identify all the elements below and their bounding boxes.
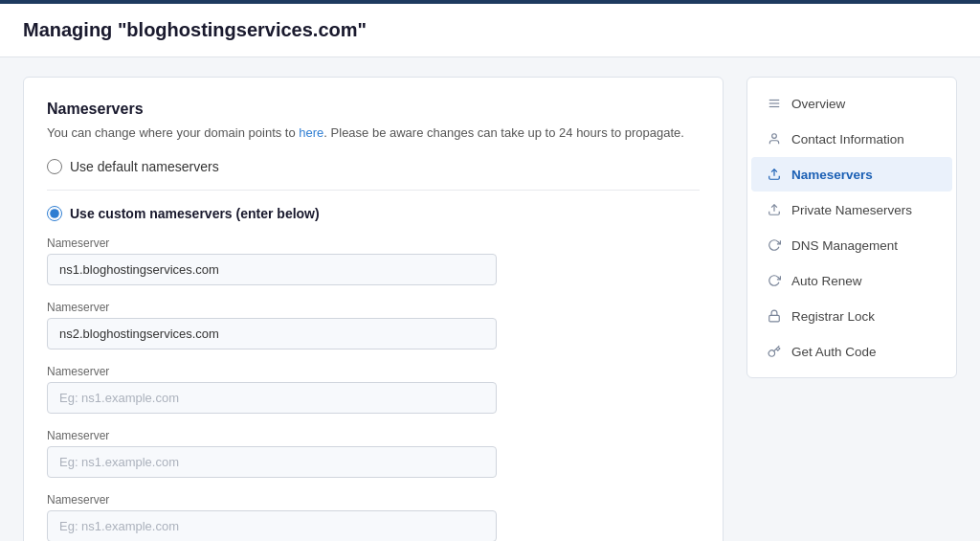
nameserver-group-1: Nameserver [47,237,700,285]
sidebar-item-contact-information[interactable]: Contact Information [751,122,952,156]
nameserver-input-1[interactable] [47,254,497,285]
sidebar-label-nameservers: Nameservers [791,168,873,182]
sidebar-label-private-nameservers: Private Nameservers [791,203,912,217]
nameserver-input-3[interactable] [47,382,497,414]
section-title: Nameservers [47,101,700,118]
sidebar-item-dns-management[interactable]: DNS Management [751,228,952,262]
svg-rect-6 [769,315,780,321]
sidebar-item-overview[interactable]: Overview [751,86,952,121]
sidebar-label-contact-information: Contact Information [791,132,904,147]
sidebar-item-registrar-lock[interactable]: Registrar Lock [751,299,952,333]
nameserver-label-1: Nameserver [47,237,700,250]
here-link[interactable]: here [299,125,323,140]
sidebar-item-private-nameservers[interactable]: Private Nameservers [751,192,952,227]
page-title: Managing "bloghostingservices.com" [23,19,957,41]
label-default-nameservers: Use default nameservers [70,159,219,174]
sidebar-label-get-auth-code: Get Auth Code [791,345,877,359]
page-header: Managing "bloghostingservices.com" [0,4,980,57]
upload-icon [767,167,782,182]
sidebar-item-auto-renew[interactable]: Auto Renew [751,263,952,298]
nameserver-label-3: Nameserver [47,365,700,378]
radio-custom-nameservers[interactable] [47,206,62,221]
key-icon [767,344,782,359]
label-custom-nameservers: Use custom nameservers (enter below) [70,206,320,221]
list-icon [767,96,782,111]
refresh-icon [767,273,782,288]
radio-default-nameservers[interactable] [47,159,62,174]
refresh-icon [767,237,782,253]
lock-icon [767,308,782,324]
sidebar: OverviewContact InformationNameserversPr… [746,77,957,378]
svg-point-3 [772,134,777,139]
divider [47,190,700,191]
option-default-nameservers[interactable]: Use default nameservers [47,159,700,174]
section-desc: You can change where your domain points … [47,125,700,140]
nameserver-input-2[interactable] [47,318,497,349]
nameserver-group-4: Nameserver [47,429,700,478]
nameserver-group-5: Nameserver [47,493,700,541]
person-icon [767,131,782,147]
sidebar-item-get-auth-code[interactable]: Get Auth Code [751,334,952,369]
sidebar-label-dns-management: DNS Management [791,238,898,253]
upload-icon [767,202,782,217]
nameserver-input-5[interactable] [47,510,497,541]
page-wrapper: Managing "bloghostingservices.com" Names… [0,4,980,541]
nameserver-label-2: Nameserver [47,301,700,314]
nameserver-group-3: Nameserver [47,365,700,414]
nameserver-label-4: Nameserver [47,429,700,442]
main-panel: Nameservers You can change where your do… [23,77,724,541]
nameserver-label-5: Nameserver [47,493,700,507]
nameserver-input-4[interactable] [47,446,497,478]
content-area: Nameservers You can change where your do… [0,57,980,541]
option-custom-nameservers[interactable]: Use custom nameservers (enter below) [47,206,700,221]
sidebar-label-auto-renew: Auto Renew [791,274,862,288]
sidebar-label-overview: Overview [791,97,845,111]
nameserver-fields: NameserverNameserverNameserverNameserver… [47,237,700,541]
nameserver-group-2: Nameserver [47,301,700,349]
sidebar-item-nameservers[interactable]: Nameservers [751,157,952,192]
sidebar-label-registrar-lock: Registrar Lock [791,309,875,324]
